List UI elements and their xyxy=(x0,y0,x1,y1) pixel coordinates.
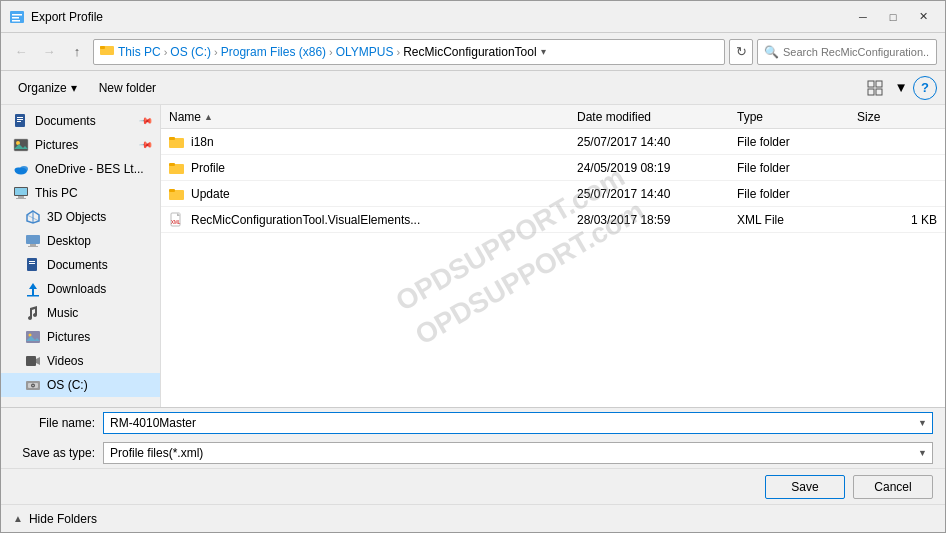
col-type-header[interactable]: Type xyxy=(737,110,857,124)
filename-input[interactable] xyxy=(103,412,933,434)
file-list-header: Name ▲ Date modified Type Size xyxy=(161,105,945,129)
breadcrumb-thispc[interactable]: This PC xyxy=(118,45,161,59)
svg-rect-32 xyxy=(29,261,35,262)
svg-rect-24 xyxy=(16,198,26,199)
breadcrumb[interactable]: This PC › OS (C:) › Program Files (x86) … xyxy=(93,39,725,65)
svg-rect-30 xyxy=(28,246,38,247)
file-row-xml[interactable]: XML RecMicConfigurationTool.VisualElemen… xyxy=(161,207,945,233)
folder-icon3 xyxy=(169,186,185,202)
sidebar-item-downloads[interactable]: Downloads xyxy=(1,277,160,301)
svg-rect-48 xyxy=(169,163,175,166)
bottom-section: File name: Save as type: Profile files(*… xyxy=(1,407,945,532)
svg-rect-7 xyxy=(876,81,882,87)
hide-folders-button[interactable]: ▲ Hide Folders xyxy=(1,504,945,532)
osc-icon xyxy=(25,377,41,393)
sidebar-item-osc[interactable]: OS (C:) xyxy=(1,373,160,397)
file-row-i18n[interactable]: i18n 25/07/2017 14:40 File folder xyxy=(161,129,945,155)
xml-file-icon: XML xyxy=(169,212,185,228)
organize-button[interactable]: Organize ▾ xyxy=(9,76,86,100)
sidebar-item-pictures2[interactable]: Pictures xyxy=(1,325,160,349)
main-content: OPDSUPPORT.com OPDSUPPORT.com Documents … xyxy=(1,105,945,407)
breadcrumb-programfiles[interactable]: Program Files (x86) xyxy=(221,45,326,59)
pictures2-icon xyxy=(25,329,41,345)
view-button[interactable] xyxy=(861,76,889,100)
svg-point-37 xyxy=(29,334,32,337)
refresh-button[interactable]: ↻ xyxy=(729,39,753,65)
back-button[interactable]: ← xyxy=(9,40,33,64)
hide-folders-label: Hide Folders xyxy=(29,512,97,526)
file-date-profile: 24/05/2019 08:19 xyxy=(577,161,737,175)
saveastype-select[interactable]: Profile files(*.xml) xyxy=(103,442,933,464)
address-bar: ← → ↑ This PC › OS (C:) › Program Files … xyxy=(1,33,945,71)
documents-icon xyxy=(13,113,29,129)
search-input[interactable] xyxy=(783,46,930,58)
breadcrumb-osc[interactable]: OS (C:) xyxy=(170,45,211,59)
svg-rect-12 xyxy=(17,119,23,120)
thispc-icon xyxy=(13,185,29,201)
file-type-profile: File folder xyxy=(737,161,857,175)
maximize-button[interactable]: □ xyxy=(879,5,907,29)
sidebar-item-videos[interactable]: Videos xyxy=(1,349,160,373)
view-arrow-button[interactable]: ▼ xyxy=(893,76,909,100)
view-icon xyxy=(867,80,883,96)
svg-marker-40 xyxy=(36,357,40,365)
file-size-xml: 1 KB xyxy=(857,213,937,227)
svg-rect-50 xyxy=(169,189,175,192)
toolbar-right: ▼ ? xyxy=(861,76,937,100)
sidebar-item-music[interactable]: Music xyxy=(1,301,160,325)
svg-rect-46 xyxy=(169,137,175,140)
filename-row: File name: xyxy=(1,408,945,438)
close-button[interactable]: ✕ xyxy=(909,5,937,29)
sidebar-onedrive-label: OneDrive - BES Lt... xyxy=(35,162,152,176)
col-size-header[interactable]: Size xyxy=(857,110,937,124)
search-box[interactable]: 🔍 xyxy=(757,39,937,65)
col-date-header[interactable]: Date modified xyxy=(577,110,737,124)
file-row-update[interactable]: Update 25/07/2017 14:40 File folder xyxy=(161,181,945,207)
sort-arrow: ▲ xyxy=(204,112,213,122)
svg-rect-33 xyxy=(29,263,35,264)
col-name-header[interactable]: Name ▲ xyxy=(169,110,577,124)
svg-rect-14 xyxy=(14,139,28,151)
help-button[interactable]: ? xyxy=(913,76,937,100)
file-row-profile[interactable]: Profile 24/05/2019 08:19 File folder xyxy=(161,155,945,181)
saveastype-wrapper[interactable]: Profile files(*.xml) xyxy=(103,442,933,464)
file-type-xml: XML File xyxy=(737,213,857,227)
file-name-update: Update xyxy=(169,186,577,202)
sidebar-item-desktop[interactable]: Desktop xyxy=(1,229,160,253)
filename-input-wrapper xyxy=(103,412,933,434)
file-date-update: 25/07/2017 14:40 xyxy=(577,187,737,201)
new-folder-button[interactable]: New folder xyxy=(90,76,165,100)
file-list: Name ▲ Date modified Type Size i18n xyxy=(161,105,945,407)
sidebar-item-documents[interactable]: Documents 📌 xyxy=(1,109,160,133)
music-icon xyxy=(25,305,41,321)
up-button[interactable]: ↑ xyxy=(65,40,89,64)
3dobjects-icon xyxy=(25,209,41,225)
videos-icon xyxy=(25,353,41,369)
breadcrumb-olympus[interactable]: OLYMPUS xyxy=(336,45,394,59)
sidebar-item-documents2[interactable]: Documents xyxy=(1,253,160,277)
sidebar-item-pictures[interactable]: Pictures 📌 xyxy=(1,133,160,157)
downloads-icon xyxy=(25,281,41,297)
sidebar-3dobjects-label: 3D Objects xyxy=(47,210,152,224)
filename-label: File name: xyxy=(13,416,103,430)
svg-rect-23 xyxy=(18,196,24,198)
sidebar-item-onedrive[interactable]: OneDrive - BES Lt... xyxy=(1,157,160,181)
sidebar-downloads-label: Downloads xyxy=(47,282,152,296)
cancel-button[interactable]: Cancel xyxy=(853,475,933,499)
sidebar-item-3dobjects[interactable]: 3D Objects xyxy=(1,205,160,229)
sidebar-item-thispc[interactable]: This PC xyxy=(1,181,160,205)
saveastype-row: Save as type: Profile files(*.xml) xyxy=(1,438,945,468)
saveastype-label: Save as type: xyxy=(13,446,103,460)
new-folder-label: New folder xyxy=(99,81,156,95)
sidebar-pictures2-label: Pictures xyxy=(47,330,152,344)
forward-button[interactable]: → xyxy=(37,40,61,64)
breadcrumb-current: RecMicConfigurationTool xyxy=(403,45,536,59)
save-button[interactable]: Save xyxy=(765,475,845,499)
svg-point-20 xyxy=(20,166,28,172)
organize-arrow: ▾ xyxy=(71,81,77,95)
desktop-icon xyxy=(25,233,41,249)
minimize-button[interactable]: ─ xyxy=(849,5,877,29)
svg-rect-39 xyxy=(26,356,36,366)
pin-icon: 📌 xyxy=(139,114,154,129)
onedrive-icon xyxy=(13,161,29,177)
